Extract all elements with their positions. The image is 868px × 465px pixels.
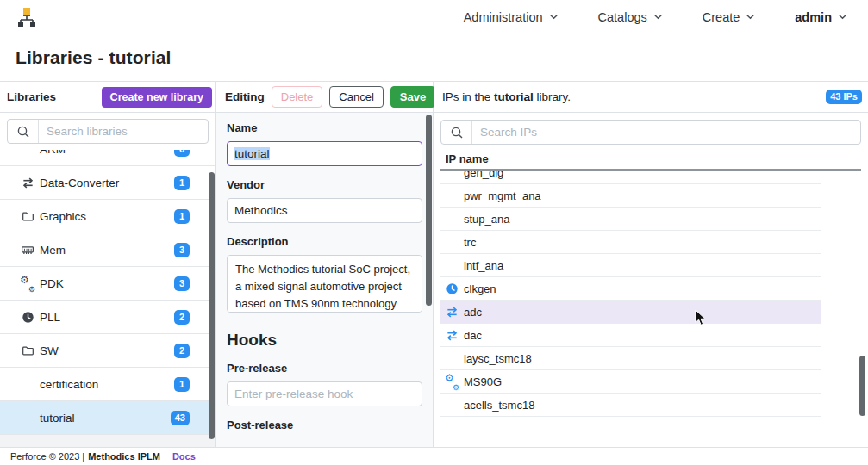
app-logo-hierarchy-icon[interactable]	[16, 6, 38, 28]
library-count-badge: 1	[174, 377, 190, 392]
chevron-down-icon	[653, 12, 663, 22]
library-name: tutorial	[40, 412, 171, 425]
ip-row-gen_dig[interactable]: gen_dig	[440, 170, 821, 184]
library-edit-form: Name tutorial Vendor Methodics Descripti…	[216, 113, 433, 431]
ips-table-header: IP name	[440, 150, 861, 170]
ips-panel-header: IPs in the tutorial library. 43 IPs	[434, 82, 868, 113]
ips-search-wrap	[434, 113, 868, 150]
ip-row-dac[interactable]: dac	[440, 324, 821, 347]
clock-icon	[21, 310, 34, 324]
pre-release-input[interactable]	[234, 388, 415, 400]
page-title-bar: Libraries - tutorial	[0, 34, 868, 82]
folder-icon	[21, 344, 34, 357]
libraries-list: ARM6Data-Converter1Graphics1Mem3⚙⚙PDK3PL…	[0, 150, 215, 435]
top-navbar: Administration Catalogs Create admin	[0, 0, 868, 34]
ip-name: laysc_tsmc18	[464, 352, 532, 365]
library-row-PLL[interactable]: PLL2	[0, 301, 215, 334]
ip-row-intf_ana[interactable]: intf_ana	[440, 254, 821, 277]
chevron-down-icon	[549, 12, 559, 22]
post-release-label: Post-release	[227, 418, 422, 431]
save-button[interactable]: Save	[390, 86, 435, 108]
library-row-Graphics[interactable]: Graphics1	[0, 200, 215, 233]
page-title: Libraries - tutorial	[16, 47, 172, 68]
library-name: ARM	[40, 150, 174, 156]
cancel-button[interactable]: Cancel	[329, 86, 383, 108]
ip-name: adc	[464, 306, 482, 319]
folder-icon	[21, 209, 34, 223]
no-icon	[446, 213, 459, 226]
name-label: Name	[227, 121, 422, 134]
library-row-certification[interactable]: certification1	[0, 368, 215, 401]
delete-button[interactable]: Delete	[272, 86, 323, 108]
library-row-Data-Converter[interactable]: Data-Converter1	[0, 166, 215, 200]
ip-name: stup_ana	[464, 213, 510, 226]
description-label: Description	[227, 235, 422, 248]
library-row-PDK[interactable]: ⚙⚙PDK3	[0, 267, 215, 301]
pre-release-field[interactable]	[227, 381, 422, 406]
library-count-badge: 1	[174, 176, 190, 190]
no-icon	[446, 236, 459, 249]
search-libraries-input[interactable]	[39, 125, 208, 138]
footer: Perforce © 2023 | Methodics IPLM Docs	[0, 447, 868, 464]
main-content: Libraries Create new library ARM6Data-Co…	[0, 82, 868, 447]
ip-row-acells_tsmc18[interactable]: acells_tsmc18	[440, 394, 821, 417]
editing-panel-header: Editing Delete Cancel Save	[216, 82, 433, 113]
nav-menu-label: admin	[795, 10, 832, 24]
ip-row-laysc_tsmc18[interactable]: laysc_tsmc18	[440, 347, 821, 370]
ip-row-adc[interactable]: adc	[440, 301, 821, 324]
library-row-Mem[interactable]: Mem3	[0, 233, 215, 267]
ip-name: dac	[464, 329, 482, 342]
libraries-scrollbar[interactable]	[209, 172, 215, 439]
ip-row-stup_ana[interactable]: stup_ana	[440, 208, 821, 231]
ips-scrollbar[interactable]	[859, 356, 865, 416]
memory-icon	[21, 243, 34, 257]
ip-name-column-header: IP name	[440, 152, 821, 169]
editing-panel: Editing Delete Cancel Save Name tutorial…	[216, 82, 434, 447]
library-name: PDK	[40, 277, 174, 290]
libraries-panel: Libraries Create new library ARM6Data-Co…	[0, 82, 216, 447]
nav-menu-create[interactable]: Create	[703, 10, 756, 24]
editing-scrollbar[interactable]	[426, 115, 432, 306]
library-row-SW[interactable]: SW2	[0, 334, 215, 368]
ip-row-pwr_mgmt_ana[interactable]: pwr_mgmt_ana	[440, 184, 821, 208]
search-icon	[441, 121, 472, 144]
footer-brand: Methodics IPLM	[88, 451, 160, 462]
ip-row-MS90G[interactable]: ⚙⚙MS90G	[440, 370, 821, 394]
create-new-library-button[interactable]: Create new library	[102, 87, 212, 108]
ips-table-extra-column	[821, 150, 861, 169]
vendor-field[interactable]: Methodics	[227, 198, 422, 223]
ips-panel: IPs in the tutorial library. 43 IPs IP n…	[434, 82, 868, 447]
ip-row-clkgen[interactable]: clkgen	[440, 277, 821, 301]
library-name: Mem	[40, 244, 174, 257]
library-count-badge: 3	[174, 276, 190, 291]
nav-menu-administration[interactable]: Administration	[464, 10, 559, 24]
library-count-badge: 3	[174, 243, 190, 257]
swap-arrows-icon	[21, 176, 34, 189]
pre-release-label: Pre-release	[227, 362, 422, 375]
ip-name: pwr_mgmt_ana	[464, 189, 541, 202]
nav-menu-admin-user[interactable]: admin	[795, 10, 847, 24]
chevron-down-icon	[746, 12, 755, 22]
search-ips-input[interactable]	[472, 126, 860, 139]
no-icon	[446, 352, 459, 365]
ip-row-trc[interactable]: trc	[440, 231, 821, 254]
ip-count-badge: 43 IPs	[826, 90, 862, 104]
name-field[interactable]: tutorial	[227, 141, 422, 166]
nav-menu-catalogs[interactable]: Catalogs	[598, 10, 663, 24]
description-field[interactable]: The Methodics tutorial SoC project, a mi…	[227, 255, 422, 313]
nav-menu-label: Create	[703, 10, 740, 24]
nav-menu-label: Administration	[464, 10, 543, 24]
library-row-ARM[interactable]: ARM6	[0, 150, 215, 166]
libraries-search-wrap	[0, 113, 215, 150]
library-count-badge: 6	[174, 150, 190, 157]
library-count-badge: 2	[174, 344, 190, 358]
libraries-panel-title: Libraries	[7, 90, 56, 103]
library-count-badge: 43	[171, 411, 190, 425]
libraries-panel-header: Libraries Create new library	[0, 82, 215, 113]
no-icon	[21, 150, 34, 156]
no-icon	[446, 399, 459, 412]
no-icon	[21, 411, 34, 425]
ip-name: MS90G	[464, 375, 502, 388]
library-row-tutorial[interactable]: tutorial43	[0, 401, 215, 435]
footer-docs-link[interactable]: Docs	[172, 451, 196, 462]
